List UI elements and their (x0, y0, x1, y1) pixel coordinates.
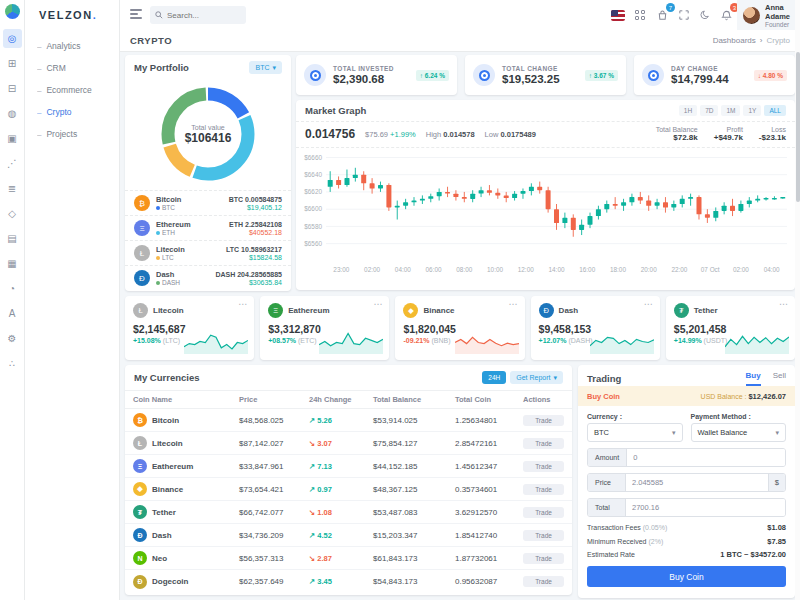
rail-share-icon[interactable]: ∴ (3, 354, 22, 373)
fullscreen-icon[interactable] (676, 7, 692, 23)
cell-coin-name: Dash (152, 531, 172, 540)
range-button-1m[interactable]: 1M (721, 105, 740, 116)
card-menu-icon[interactable]: ⋯ (373, 299, 382, 309)
currency-select[interactable]: BTC▾ (587, 423, 683, 442)
sidebar-item-crypto[interactable]: – Crypto (25, 101, 119, 123)
trade-button[interactable]: Trade (523, 484, 564, 495)
cell-price: $62,357.649 (239, 577, 309, 586)
sparkline-chart (184, 328, 248, 354)
trade-button[interactable]: Trade (523, 530, 564, 541)
portfolio-currency-dropdown[interactable]: BTC▾ (249, 61, 282, 74)
svg-text:16:00: 16:00 (579, 266, 595, 273)
dark-mode-icon[interactable] (697, 7, 713, 23)
fee-value: 1 BTC ~ $34572.00 (720, 550, 786, 559)
rail-invoices-icon[interactable]: ▤ (3, 229, 22, 248)
cell-total-balance: $15,203.347 (373, 531, 455, 540)
trading-card: Trading Buy Sell Buy Coin USD Balance : … (578, 365, 795, 598)
page-scrollbar[interactable] (795, 0, 800, 600)
rail-tables-icon[interactable]: ▦ (3, 254, 22, 273)
stat-change-badge: ↓ 4.80 % (754, 70, 787, 81)
search-box (150, 6, 246, 24)
card-menu-icon[interactable]: ⋯ (509, 299, 518, 309)
buy-coin-button[interactable]: Buy Coin (587, 566, 786, 587)
app-logo-mark[interactable] (5, 4, 20, 19)
amount-input[interactable] (627, 449, 785, 466)
portfolio-row-ethereum: Ξ Ethereum ETH ETH 2.25842108 $40552.18 (125, 215, 291, 240)
total-input[interactable] (626, 499, 785, 516)
watchlist-coin-name: Dash (559, 306, 579, 315)
user-menu[interactable]: Anna Adame Founder (737, 0, 800, 30)
sidebar-item-label: CRM (46, 63, 65, 73)
breadcrumb-root[interactable]: Dashboards (713, 36, 756, 45)
card-menu-icon[interactable]: ⋯ (644, 299, 653, 309)
svg-text:$6600: $6600 (304, 205, 322, 212)
cell-coin-name: Bitcoin (152, 416, 179, 425)
tab-sell[interactable]: Sell (773, 371, 786, 386)
range-button-1h[interactable]: 1H (679, 105, 697, 116)
menu-dash-icon: – (37, 130, 41, 139)
neo-coin-icon: N (133, 551, 147, 565)
svg-text:20:00: 20:00 (641, 266, 657, 273)
card-menu-icon[interactable]: ⋯ (779, 299, 788, 309)
rail-apps-icon[interactable]: ⊞ (3, 54, 22, 73)
dogecoin-coin-icon: Ð (133, 575, 147, 589)
chevron-down-icon: ▾ (272, 64, 276, 72)
page-title: CRYPTO (130, 35, 172, 46)
trade-button[interactable]: Trade (523, 415, 564, 426)
litecoin-coin-icon: Ł (133, 303, 148, 318)
language-flag-icon[interactable] (610, 7, 626, 23)
rail-alphabet-icon[interactable]: A (3, 304, 22, 323)
rail-security-icon[interactable]: ◇ (3, 204, 22, 223)
price-input[interactable] (626, 474, 768, 491)
chevron-down-icon: ▾ (672, 429, 676, 437)
rail-settings-icon[interactable]: ⚙ (3, 329, 22, 348)
tab-buy[interactable]: Buy (746, 371, 761, 386)
trade-button[interactable]: Trade (523, 576, 564, 587)
apps-grid-icon[interactable] (632, 7, 648, 23)
range-button-7d[interactable]: 7D (700, 105, 718, 116)
stat-value: $2,390.68 (333, 73, 394, 85)
sidebar-item-crm[interactable]: – CRM (25, 57, 119, 79)
card-menu-icon[interactable]: ⋯ (238, 299, 247, 309)
sidebar-item-ecommerce[interactable]: – Ecommerce (25, 79, 119, 101)
cell-24h-change: ↘ 2.87 (309, 554, 373, 563)
cell-coin-name: Eathereum (152, 462, 193, 471)
rail-components-icon[interactable]: ≣ (3, 179, 22, 198)
cell-total-balance: $53,914.025 (373, 416, 455, 425)
rail-forms-icon[interactable]: ⋰ (3, 154, 22, 173)
dash-coin-icon: Đ (539, 303, 554, 318)
range-button-all[interactable]: ALL (764, 105, 786, 116)
trade-button[interactable]: Trade (523, 461, 564, 472)
rail-authentication-icon[interactable]: ◍ (3, 104, 22, 123)
svg-text:23:00: 23:00 (333, 266, 349, 273)
sparkline-chart (725, 328, 789, 354)
hamburger-menu-icon[interactable] (130, 9, 142, 21)
currency-field: Currency : BTC▾ (587, 413, 683, 442)
app-logo[interactable]: VELZON. (25, 0, 119, 21)
cart-icon[interactable]: 7 (654, 7, 670, 23)
scrollbar-thumb[interactable] (796, 52, 800, 202)
breadcrumb: Dashboards › Crypto (713, 36, 790, 45)
get-report-dropdown[interactable]: Get Report▾ (510, 371, 563, 384)
rail-pages-icon[interactable]: ▣ (3, 129, 22, 148)
rail-dashboards-icon[interactable]: ◎ (3, 29, 22, 48)
cell-24h-change: ↘ 1.08 (309, 508, 373, 517)
sidebar-item-analytics[interactable]: – Analytics (25, 35, 119, 57)
trade-button[interactable]: Trade (523, 438, 564, 449)
fee-value: $1.08 (767, 523, 786, 532)
fee-label: Transaction Fees (0.05%) (587, 524, 667, 531)
rail-charts-icon[interactable]: ◔ (3, 279, 22, 298)
range-24h-button[interactable]: 24H (482, 371, 506, 384)
notifications-bell-icon[interactable]: 3 (718, 7, 734, 23)
my-portfolio-card: My Portfolio BTC▾ Total value $106416 ₿ … (125, 55, 291, 291)
coin-name: Bitcoin (156, 195, 181, 204)
table-row-tether: ₮Tether $66,742.077 ↘ 1.08 $53,487.083 3… (125, 501, 572, 524)
dash-coin-icon: Đ (134, 270, 150, 286)
rail-layouts-icon[interactable]: ⊟ (3, 79, 22, 98)
range-button-1y[interactable]: 1Y (743, 105, 761, 116)
trade-button[interactable]: Trade (523, 507, 564, 518)
payment-method-select[interactable]: Wallet Balance▾ (691, 423, 787, 442)
trade-button[interactable]: Trade (523, 553, 564, 564)
sidebar-item-projects[interactable]: – Projects (25, 123, 119, 145)
search-input[interactable] (167, 11, 237, 20)
